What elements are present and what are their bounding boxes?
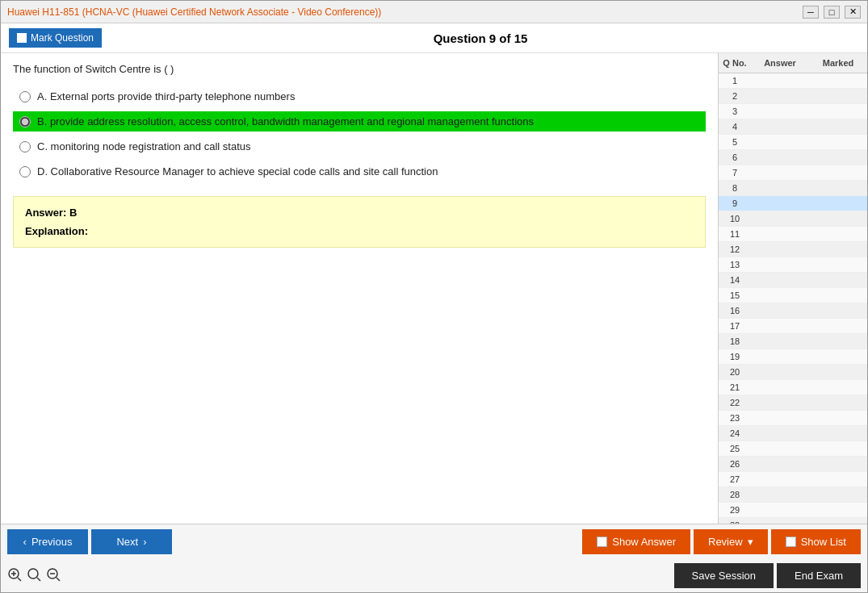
sidebar-cell-qno: 3 [719,104,751,119]
title-prefix: Huawei [7,6,42,18]
option-a-radio[interactable] [19,91,31,102]
sidebar-row-19[interactable]: 19 [719,349,867,365]
option-d[interactable]: D. Collaborative Resource Manager to ach… [13,161,706,182]
svg-line-5 [37,578,40,581]
zoom-reset-icon [27,567,41,582]
sidebar-row-27[interactable]: 27 [719,472,867,487]
end-exam-button[interactable]: End Exam [777,563,861,588]
sidebar-row-29[interactable]: 29 [719,503,867,518]
sidebar-cell-qno: 30 [719,518,751,524]
explanation-label: Explanation: [25,225,694,237]
sidebar-row-10[interactable]: 10 [719,211,867,227]
sidebar-row-14[interactable]: 14 [719,273,867,288]
sidebar-cell-qno: 27 [719,472,751,487]
option-a[interactable]: A. External ports provide third-party te… [13,86,706,106]
previous-button[interactable]: ‹ Previous [7,529,88,554]
sidebar-cell-answer [751,119,809,134]
sidebar-row-13[interactable]: 13 [719,257,867,273]
sidebar-row-6[interactable]: 6 [719,150,867,165]
sidebar-cell-answer [751,380,809,395]
main-window: Huawei H11-851 (HCNA-VC (Huawei Certifie… [0,0,868,593]
sidebar-cell-answer [751,227,809,241]
review-label: Review [708,536,743,548]
sidebar-cell-answer [751,150,809,165]
sidebar-cell-marked [809,119,867,134]
sidebar-cell-qno: 25 [719,441,751,456]
title-controls: ─ □ ✕ [803,6,861,19]
zoom-out-button[interactable] [46,567,61,585]
sidebar-row-9[interactable]: 9 [719,196,867,211]
answer-label: Answer: B [25,207,694,219]
option-c-radio[interactable] [19,141,31,152]
title-bar-left: Huawei H11-851 (HCNA-VC (Huawei Certifie… [7,6,381,18]
show-list-checkbox-icon: ✓ [786,537,796,547]
title-text: Huawei H11-851 (HCNA-VC (Huawei Certifie… [7,6,381,18]
sidebar-cell-marked [809,319,867,333]
next-label: Next [116,536,138,548]
sidebar-cell-answer [751,395,809,410]
sidebar-cell-qno: 17 [719,319,751,333]
sidebar-row-11[interactable]: 11 [719,227,867,242]
close-button[interactable]: ✕ [845,6,861,19]
sidebar-header-qno: Q No. [719,56,751,69]
sidebar-row-16[interactable]: 16 [719,303,867,319]
sidebar-row-5[interactable]: 5 [719,135,867,150]
options-list: A. External ports provide third-party te… [13,86,706,182]
sidebar-row-2[interactable]: 2 [719,89,867,104]
show-answer-button[interactable]: Show Answer [582,529,690,554]
sidebar-row-7[interactable]: 7 [719,165,867,181]
sidebar-cell-marked [809,441,867,456]
sidebar-cell-marked [809,257,867,272]
sidebar-row-25[interactable]: 25 [719,441,867,457]
sidebar-cell-answer [751,441,809,456]
option-b-radio[interactable] [19,116,31,127]
sidebar-cell-answer [751,196,809,211]
zoom-in-button[interactable] [7,567,22,585]
sidebar-cell-marked [809,73,867,88]
mark-question-label: Mark Question [31,32,94,44]
sidebar-row-3[interactable]: 3 [719,104,867,119]
svg-point-4 [28,569,38,578]
sidebar-row-23[interactable]: 23 [719,411,867,426]
zoom-reset-button[interactable] [27,567,41,585]
sidebar-row-1[interactable]: 1 [719,73,867,89]
maximize-button[interactable]: □ [824,6,840,19]
sidebar-row-21[interactable]: 21 [719,380,867,395]
sidebar-cell-marked [809,365,867,379]
minimize-button[interactable]: ─ [803,6,819,19]
sidebar-row-17[interactable]: 17 [719,319,867,334]
sidebar-cell-answer [751,242,809,257]
sidebar-cell-qno: 8 [719,181,751,195]
sidebar-row-15[interactable]: 15 [719,288,867,303]
question-title: Question 9 of 15 [102,31,859,45]
sidebar-header: Q No. Answer Marked [719,53,867,73]
next-button[interactable]: Next › [91,529,172,554]
sidebar-row-28[interactable]: 28 [719,487,867,503]
option-b[interactable]: B. provide address resolution, access co… [13,111,706,132]
sidebar-row-8[interactable]: 8 [719,181,867,196]
sidebar-cell-marked [809,196,867,211]
sidebar-row-22[interactable]: 22 [719,395,867,411]
sidebar-row-4[interactable]: 4 [719,119,867,135]
sidebar-cell-answer [751,426,809,441]
option-c[interactable]: C. monitoring node registration and call… [13,136,706,157]
show-list-button[interactable]: ✓ Show List [771,529,861,554]
next-chevron-icon: › [143,536,146,548]
title-highlight: H11-851 [42,6,79,18]
save-session-button[interactable]: Save Session [674,563,774,588]
mark-question-button[interactable]: Mark Question [9,28,102,48]
sidebar-row-26[interactable]: 26 [719,457,867,472]
review-button[interactable]: Review ▾ [694,529,768,554]
sidebar-row-18[interactable]: 18 [719,334,867,349]
content-area: The function of Switch Centre is ( ) A. … [1,53,867,524]
option-d-radio[interactable] [19,166,31,177]
sidebar-cell-marked [809,303,867,318]
sidebar-row-20[interactable]: 20 [719,365,867,380]
sidebar-row-30[interactable]: 30 [719,518,867,524]
sidebar-cell-marked [809,472,867,487]
review-dropdown-icon: ▾ [748,536,753,548]
bottom-buttons-row1: ‹ Previous Next › Show Answer Review ▾ ✓… [1,524,867,559]
sidebar-row-12[interactable]: 12 [719,242,867,257]
bottom-row2: Save Session End Exam [1,559,867,592]
sidebar-row-24[interactable]: 24 [719,426,867,441]
